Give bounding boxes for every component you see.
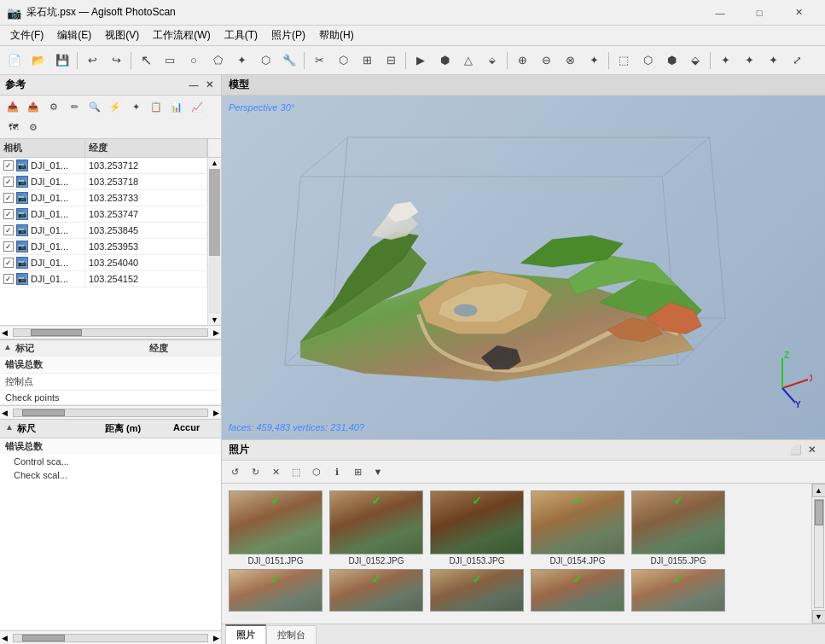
- photos-tb-rotate[interactable]: ↺: [225, 462, 244, 481]
- table-row[interactable]: ✓📷DJI_01... 103.253712: [0, 158, 207, 174]
- menu-help[interactable]: 帮助(H): [312, 26, 361, 44]
- scale-check-row[interactable]: Check scal...: [0, 468, 221, 482]
- menu-file[interactable]: 文件(F): [3, 26, 50, 44]
- tb-hex[interactable]: ⬡: [254, 49, 276, 72]
- table-row[interactable]: ✓📷DJI_01... 103.253718: [0, 174, 207, 190]
- table-row[interactable]: ✓📷DJI_01... 103.254040: [0, 255, 207, 271]
- photo-item-0152[interactable]: ✓ DJI_0152.JPG: [329, 490, 423, 566]
- tb-export2[interactable]: ⬡: [636, 49, 659, 72]
- panel-minimize-btn[interactable]: —: [187, 78, 200, 92]
- row-check-6[interactable]: ✓: [3, 241, 14, 252]
- gc-control-points-row[interactable]: 控制点: [0, 374, 221, 391]
- vscroll-track[interactable]: [209, 169, 220, 314]
- camera-table-vscroll[interactable]: ▲ ▼: [207, 158, 221, 325]
- photos-tb-grid[interactable]: ⊞: [348, 462, 367, 481]
- row-check-4[interactable]: ✓: [3, 209, 14, 219]
- table-row[interactable]: ✓📷DJI_01... 103.253733: [0, 190, 207, 206]
- scale-control-row[interactable]: Control sca...: [0, 455, 221, 468]
- tb-star3[interactable]: ✦: [762, 49, 784, 72]
- minimize-button[interactable]: —: [700, 0, 740, 26]
- photos-tb-info[interactable]: ℹ: [328, 462, 346, 481]
- ref-tb-btn2[interactable]: 📤: [24, 97, 43, 116]
- tb-run[interactable]: ▶: [410, 49, 432, 72]
- menu-edit[interactable]: 编辑(E): [50, 26, 98, 44]
- hscroll-right[interactable]: ▶: [212, 327, 221, 339]
- photo-item-0158[interactable]: ✓: [430, 569, 524, 612]
- menu-workflow[interactable]: 工作流程(W): [146, 26, 217, 44]
- tb-dots[interactable]: ⊟: [380, 49, 402, 72]
- menu-photos[interactable]: 照片(P): [264, 26, 312, 44]
- tb-add-marker[interactable]: ⊕: [511, 49, 533, 72]
- photos-tb-delete[interactable]: ✕: [266, 462, 285, 481]
- table-row[interactable]: ✓📷DJI_01... 103.253953: [0, 239, 207, 255]
- photo-item-0154[interactable]: ✓ DJI_0154.JPG: [531, 490, 625, 566]
- gc-hscroll-thumb[interactable]: [22, 409, 65, 416]
- photos-vscroll[interactable]: ▲ ▼: [811, 484, 825, 624]
- photos-scroll-area[interactable]: ✓ DJI_0151.JPG ✓ DJI_0152.JPG: [222, 484, 811, 624]
- tb-shape1[interactable]: ⬡: [332, 49, 354, 72]
- tb-open[interactable]: 📂: [27, 49, 49, 72]
- tb-marker-x[interactable]: ⊗: [559, 49, 581, 72]
- ref-tb-btn9[interactable]: 📊: [167, 97, 186, 116]
- panel-close-btn[interactable]: ✕: [202, 78, 216, 92]
- ref-tb-btn11[interactable]: 🗺: [3, 118, 22, 136]
- gc-hscroll[interactable]: ◀ ▶: [0, 405, 221, 419]
- tb-del-marker[interactable]: ⊖: [535, 49, 557, 72]
- tb-new[interactable]: 📄: [3, 49, 26, 72]
- ref-tb-btn10[interactable]: 📈: [188, 97, 206, 116]
- gc-section-header[interactable]: ▲ 标记 经度: [0, 340, 221, 357]
- ref-tb-btn7[interactable]: ✦: [126, 97, 145, 116]
- camera-table-scroll[interactable]: ✓📷DJI_01... 103.253712 ✓📷DJI_01... 103.2…: [0, 158, 207, 325]
- row-check-1[interactable]: ✓: [3, 160, 14, 171]
- scale-hscroll-track[interactable]: [13, 634, 208, 642]
- vscroll-up[interactable]: ▲: [208, 158, 221, 168]
- ref-tb-btn3[interactable]: ⚙: [44, 97, 63, 116]
- hscroll-track[interactable]: [13, 328, 208, 337]
- menu-view[interactable]: 视图(V): [98, 26, 146, 44]
- tb-mesh[interactable]: △: [457, 49, 479, 72]
- table-row[interactable]: ✓📷DJI_01... 103.253845: [0, 223, 207, 239]
- row-check-2[interactable]: ✓: [3, 177, 14, 187]
- tb-expand[interactable]: ⤢: [786, 49, 808, 72]
- close-button[interactable]: ✕: [779, 0, 818, 26]
- maximize-button[interactable]: □: [740, 0, 779, 26]
- tb-star2[interactable]: ✦: [738, 49, 760, 72]
- photos-tb-move2[interactable]: ⬡: [307, 462, 326, 481]
- tb-redo[interactable]: ↪: [105, 49, 127, 72]
- row-check-7[interactable]: ✓: [3, 258, 14, 268]
- scale-hscroll-thumb[interactable]: [22, 635, 65, 641]
- ref-tb-btn5[interactable]: 🔍: [85, 97, 104, 116]
- photo-item-0159[interactable]: ✓: [531, 569, 625, 612]
- tb-tex[interactable]: ⬙: [481, 49, 503, 72]
- gc-hscroll-left[interactable]: ◀: [0, 407, 9, 419]
- tb-lasso[interactable]: ⬠: [206, 49, 229, 72]
- model-canvas[interactable]: Perspective 30°: [222, 96, 825, 439]
- tab-photos[interactable]: 照片: [225, 624, 266, 644]
- photo-item-0160[interactable]: ✓: [631, 569, 725, 612]
- tb-magic[interactable]: ✦: [230, 49, 253, 72]
- tb-export4[interactable]: ⬙: [684, 49, 706, 72]
- scale-hscroll[interactable]: ◀ ▶: [0, 630, 221, 644]
- photos-tb-dropdown[interactable]: ▼: [369, 462, 387, 481]
- tb-star1[interactable]: ✦: [714, 49, 736, 72]
- photo-item-0155[interactable]: ✓ DJI_0155.JPG: [631, 490, 725, 566]
- photos-tb-rotate2[interactable]: ↻: [246, 462, 264, 481]
- tb-wrench[interactable]: 🔧: [278, 49, 300, 72]
- photos-vscroll-track[interactable]: [814, 499, 824, 608]
- photo-item-0153[interactable]: ✓ DJI_0153.JPG: [430, 490, 524, 566]
- photos-close-btn[interactable]: ✕: [805, 444, 818, 457]
- ref-tb-btn12[interactable]: ⚙: [24, 118, 43, 136]
- tb-cut[interactable]: ✂: [308, 49, 330, 72]
- ref-tb-btn6[interactable]: ⚡: [106, 97, 125, 116]
- photos-tb-move[interactable]: ⬚: [287, 462, 305, 481]
- tb-rect[interactable]: ▭: [159, 49, 181, 72]
- table-row[interactable]: ✓📷DJI_01... 103.253747: [0, 206, 207, 223]
- table-row[interactable]: ✓📷DJI_01... 103.254152: [0, 271, 207, 287]
- vscroll-thumb[interactable]: [209, 169, 220, 256]
- gc-hscroll-right[interactable]: ▶: [212, 407, 221, 419]
- tb-select[interactable]: ↖: [135, 49, 157, 72]
- photos-vscroll-up[interactable]: ▲: [812, 484, 826, 497]
- tb-grid[interactable]: ⊞: [356, 49, 378, 72]
- ref-tb-btn1[interactable]: 📥: [3, 97, 22, 116]
- ref-tb-btn8[interactable]: 📋: [147, 97, 166, 116]
